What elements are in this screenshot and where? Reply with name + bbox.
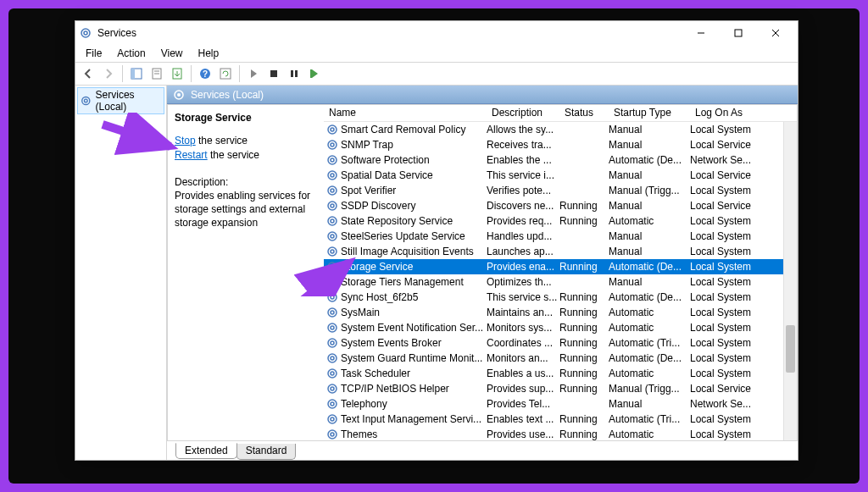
svg-point-22: [84, 99, 87, 102]
gear-icon: [326, 123, 339, 136]
cell-name: State Repository Service: [341, 215, 487, 227]
service-row[interactable]: SysMainMaintains an...RunningAutomaticLo…: [324, 305, 797, 320]
gear-icon: [326, 321, 339, 334]
help-button[interactable]: ?: [196, 64, 214, 83]
gear-icon: [326, 199, 339, 213]
service-row[interactable]: Storage Tiers ManagementOptimizes th...M…: [324, 274, 797, 290]
gear-icon: [326, 169, 339, 182]
cell-startup-type: Manual: [609, 200, 690, 212]
service-row[interactable]: TelephonyProvides Tel...ManualNetwork Se…: [324, 396, 797, 412]
cell-name: Software Protection: [341, 154, 487, 166]
refresh-button[interactable]: [216, 64, 235, 83]
forward-button[interactable]: [99, 64, 118, 83]
toolbar-separator: [122, 65, 123, 82]
col-status[interactable]: Status: [559, 105, 609, 121]
svg-point-48: [331, 296, 334, 299]
tab-standard[interactable]: Standard: [236, 444, 297, 460]
cell-status: Running: [559, 200, 609, 212]
tree-services-local[interactable]: Services (Local): [77, 87, 164, 114]
export-list-button[interactable]: [168, 64, 186, 83]
cell-description: Maintains an...: [487, 307, 559, 318]
cell-log-on-as: Local System: [690, 368, 766, 379]
svg-text:?: ?: [203, 69, 208, 79]
gear-icon: [326, 336, 339, 350]
svg-point-51: [328, 323, 337, 332]
svg-point-41: [328, 247, 337, 256]
gear-icon: [326, 275, 339, 289]
service-row[interactable]: System Events BrokerCoordinates ...Runni…: [324, 335, 797, 351]
gear-icon: [326, 290, 339, 304]
gear-icon: [326, 306, 339, 319]
back-button[interactable]: [79, 64, 97, 83]
stop-text: the service: [196, 135, 248, 146]
svg-rect-3: [735, 30, 742, 36]
cell-status: Running: [559, 307, 609, 318]
svg-point-39: [328, 232, 337, 240]
service-row[interactable]: Software ProtectionEnables the ...Automa…: [324, 152, 797, 168]
vertical-scrollbar[interactable]: [783, 122, 797, 440]
menu-action[interactable]: Action: [110, 47, 152, 60]
menu-view[interactable]: View: [154, 47, 190, 60]
cell-name: SteelSeries Update Service: [341, 230, 487, 242]
properties-button[interactable]: [147, 64, 166, 83]
cell-startup-type: Automatic: [609, 428, 690, 440]
cell-name: Smart Card Removal Policy: [341, 124, 487, 135]
start-service-button[interactable]: [244, 64, 263, 83]
desc-heading: Description:: [175, 176, 315, 188]
stop-link[interactable]: Stop: [175, 135, 196, 146]
cell-startup-type: Manual: [609, 169, 690, 181]
titlebar[interactable]: Services: [75, 21, 798, 45]
service-row[interactable]: Storage ServiceProvides ena...RunningAut…: [324, 259, 797, 274]
service-row[interactable]: Still Image Acquisition EventsLaunches a…: [324, 244, 797, 259]
close-button[interactable]: [757, 21, 794, 45]
menu-file[interactable]: File: [79, 47, 108, 60]
svg-point-54: [331, 341, 334, 345]
service-row[interactable]: Smart Card Removal PolicyAllows the sy..…: [324, 122, 797, 137]
service-row[interactable]: System Guard Runtime Monit...Monitors an…: [324, 351, 797, 366]
cell-status: Running: [559, 368, 609, 379]
maximize-button[interactable]: [720, 21, 757, 45]
cell-log-on-as: Local Service: [690, 200, 766, 212]
stop-service-button[interactable]: [264, 64, 283, 83]
cell-description: Enables the ...: [487, 154, 559, 166]
col-log-on-as[interactable]: Log On As: [690, 105, 766, 121]
cell-startup-type: Automatic: [609, 368, 690, 379]
service-row[interactable]: ThemesProvides use...RunningAutomaticLoc…: [324, 427, 797, 440]
minimize-button[interactable]: [682, 21, 720, 45]
svg-point-43: [328, 263, 337, 271]
cell-log-on-as: Local System: [690, 276, 766, 288]
menu-help[interactable]: Help: [192, 47, 226, 60]
col-startup-type[interactable]: Startup Type: [609, 105, 690, 121]
service-row[interactable]: Spot VerifierVerifies pote...Manual (Tri…: [324, 183, 797, 198]
pause-service-button[interactable]: [285, 64, 303, 83]
restart-link[interactable]: Restart: [175, 149, 208, 161]
service-row[interactable]: SSDP DiscoveryDiscovers ne...RunningManu…: [324, 198, 797, 213]
scrollbar-thumb[interactable]: [786, 325, 795, 373]
cell-name: SysMain: [341, 307, 487, 318]
cell-name: Task Scheduler: [341, 368, 487, 379]
cell-startup-type: Manual: [609, 276, 690, 288]
service-row[interactable]: SteelSeries Update ServiceHandles upd...…: [324, 229, 797, 244]
service-row[interactable]: Sync Host_6f2b5This service s...RunningA…: [324, 290, 797, 305]
service-row[interactable]: Spatial Data ServiceThis service i...Man…: [324, 168, 797, 183]
service-row[interactable]: System Event Notification Ser...Monitors…: [324, 320, 797, 335]
tab-extended[interactable]: Extended: [175, 443, 237, 459]
service-row[interactable]: SNMP TrapReceives tra...ManualLocal Serv…: [324, 137, 797, 152]
cell-log-on-as: Local System: [690, 185, 766, 196]
restart-service-button[interactable]: [305, 64, 324, 83]
cell-description: Handles upd...: [487, 230, 559, 242]
cell-name: Spot Verifier: [341, 185, 487, 196]
cell-name: Still Image Acquisition Events: [341, 246, 487, 257]
svg-marker-15: [251, 69, 257, 78]
col-name[interactable]: Name: [324, 105, 487, 121]
service-row[interactable]: TCP/IP NetBIOS HelperProvides sup...Runn…: [324, 381, 797, 396]
service-row[interactable]: Task SchedulerEnables a us...RunningAuto…: [324, 366, 797, 381]
service-row[interactable]: Text Input Management Servi...Enables te…: [324, 412, 797, 427]
gear-icon: [326, 153, 339, 167]
service-row[interactable]: State Repository ServiceProvides req...R…: [324, 213, 797, 229]
col-description[interactable]: Description: [487, 105, 559, 121]
gear-icon: [326, 245, 339, 258]
svg-point-62: [331, 402, 334, 406]
svg-point-35: [328, 202, 337, 210]
show-hide-tree-button[interactable]: [127, 64, 146, 83]
